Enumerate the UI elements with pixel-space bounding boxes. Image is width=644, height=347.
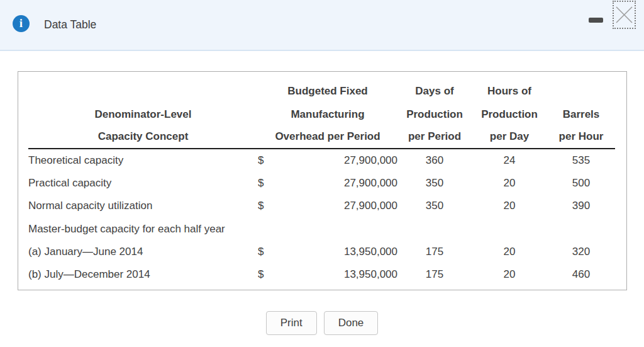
header-col5-line1 — [547, 80, 615, 103]
days-value: 350 — [397, 195, 472, 217]
header-row-3: Capacity Concept Overhead per Period per… — [28, 126, 615, 149]
overhead-value: 27,900,000 — [273, 149, 397, 171]
close-icon — [614, 4, 634, 25]
days-value: 175 — [397, 263, 472, 286]
done-button[interactable]: Done — [324, 311, 379, 335]
table-row: Theoretical capacity $ 27,900,000 360 24… — [28, 149, 615, 171]
barrels-value: 390 — [547, 195, 615, 217]
header-col4-line1: Hours of — [472, 80, 547, 103]
close-button[interactable] — [613, 1, 636, 29]
print-button[interactable]: Print — [266, 311, 317, 335]
header-col1-line1 — [28, 80, 258, 103]
data-table-card: Budgeted Fixed Days of Hours of Denomina… — [18, 71, 627, 290]
minimize-button[interactable] — [589, 18, 603, 23]
barrels-value: 460 — [547, 263, 615, 286]
hours-value: 20 — [472, 241, 547, 263]
currency-symbol: $ — [258, 263, 273, 286]
dialog-title: Data Table — [44, 0, 96, 50]
header-col1-line3: Capacity Concept — [28, 126, 258, 149]
header-col3-line1: Days of — [397, 80, 472, 103]
header-col1-line2: Denominator-Level — [28, 103, 258, 125]
hours-value: 20 — [472, 195, 547, 217]
currency-symbol: $ — [258, 172, 273, 195]
header-row-1: Budgeted Fixed Days of Hours of — [28, 80, 615, 103]
row-label: Master-budget capacity for each half yea… — [28, 217, 615, 240]
header-col5-line2: Barrels — [547, 103, 615, 125]
table-row: Practical capacity $ 27,900,000 350 20 5… — [28, 172, 615, 195]
hours-value: 24 — [472, 149, 547, 171]
header-col3-line3: per Period — [397, 126, 472, 149]
footer-button-bar: Print Done — [0, 311, 644, 335]
dialog-titlebar: i Data Table — [0, 0, 644, 51]
row-label: (a) January—June 2014 — [28, 241, 258, 263]
days-value: 350 — [397, 172, 472, 195]
days-value: 360 — [397, 149, 472, 171]
header-row-2: Denominator-Level Manufacturing Producti… — [28, 103, 615, 125]
table-row: Normal capacity utilization $ 27,900,000… — [28, 195, 615, 217]
header-col4-line2: Production — [472, 103, 547, 125]
hours-value: 20 — [472, 172, 547, 195]
row-label: (b) July—December 2014 — [28, 263, 258, 286]
info-icon: i — [13, 15, 30, 32]
overhead-value: 13,950,000 — [273, 263, 397, 286]
overhead-value: 13,950,000 — [273, 241, 397, 263]
barrels-value: 500 — [547, 172, 615, 195]
header-col2-line1: Budgeted Fixed — [258, 80, 397, 103]
overhead-value: 27,900,000 — [273, 172, 397, 195]
row-label: Normal capacity utilization — [28, 195, 258, 217]
barrels-value: 535 — [547, 149, 615, 171]
currency-symbol: $ — [258, 149, 273, 171]
days-value: 175 — [397, 241, 472, 263]
header-col4-line3: per Day — [472, 126, 547, 149]
table-row: (a) January—June 2014 $ 13,950,000 175 2… — [28, 241, 615, 263]
hours-value: 20 — [472, 263, 547, 286]
header-col2-line2: Manufacturing — [258, 103, 397, 125]
header-col2-line3: Overhead per Period — [258, 126, 397, 149]
capacity-table: Budgeted Fixed Days of Hours of Denomina… — [28, 80, 615, 287]
table-row: Master-budget capacity for each half yea… — [28, 217, 615, 240]
currency-symbol: $ — [258, 241, 273, 263]
header-col5-line3: per Hour — [547, 126, 615, 149]
currency-symbol: $ — [258, 195, 273, 217]
overhead-value: 27,900,000 — [273, 195, 397, 217]
row-label: Theoretical capacity — [28, 149, 258, 171]
header-col3-line2: Production — [397, 103, 472, 125]
table-row: (b) July—December 2014 $ 13,950,000 175 … — [28, 263, 615, 286]
row-label: Practical capacity — [28, 172, 258, 195]
barrels-value: 320 — [547, 241, 615, 263]
